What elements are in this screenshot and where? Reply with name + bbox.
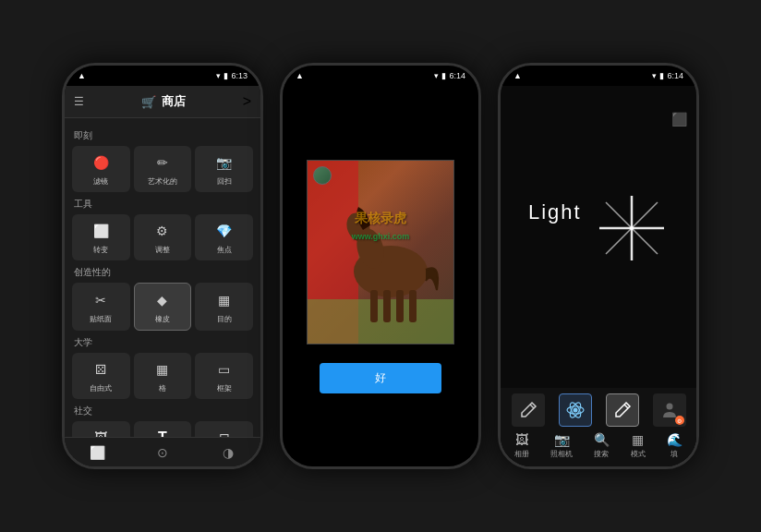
eraser-label: 橡皮 — [155, 314, 170, 324]
pen-svg-1 — [519, 401, 538, 419]
menu-scroll[interactable]: 即刻 🔴 滤镜 ✏ 艺术化的 📷 回扫 工具 ⬜ 转变 — [65, 118, 260, 456]
phone3-screen: ⬛ Light — [501, 86, 696, 466]
svg-point-19 — [666, 404, 672, 410]
person-tool[interactable]: ⚙ — [653, 393, 686, 427]
phone2-screen: 好 果核录虎www.ghxi.com — [283, 86, 478, 466]
artistic-icon: ✏ — [151, 151, 174, 174]
section-tools: 工具 — [74, 198, 253, 211]
cart-icon: 🛒 — [141, 95, 156, 109]
signal-icon-3: ▲ — [513, 71, 522, 80]
arrow-icon[interactable]: > — [243, 93, 251, 110]
wifi-icon: ▾ — [216, 71, 221, 80]
scan-label: 回扫 — [217, 176, 232, 187]
jike-grid: 🔴 滤镜 ✏ 艺术化的 📷 回扫 — [72, 146, 253, 192]
notch-3 — [566, 66, 631, 86]
pen-tool-2[interactable] — [606, 393, 639, 427]
adjust-item[interactable]: ⚙ 调整 — [134, 214, 192, 260]
grid-icon: ▦ — [151, 358, 174, 381]
transform-icon: ⬜ — [90, 220, 112, 242]
frame-item[interactable]: ▭ 框架 — [195, 353, 253, 399]
battery-icon-2: ▮ — [441, 71, 446, 80]
light-label-area: Light — [528, 200, 582, 224]
camera-icon: 📷 — [554, 432, 570, 447]
frame-icon: ▭ — [213, 358, 236, 381]
filter-item[interactable]: 🔴 滤镜 — [72, 146, 130, 192]
atom-tool[interactable] — [559, 393, 592, 427]
svg-rect-5 — [383, 290, 391, 322]
notch-1 — [130, 66, 195, 86]
section-university: 大学 — [74, 336, 253, 349]
phone-2: ▲ ▾ ▮ 6:14 — [280, 63, 481, 469]
frame-label: 框架 — [217, 383, 232, 393]
album-icon: 🖼 — [515, 432, 528, 447]
section-creative: 创造性的 — [74, 266, 253, 279]
nav-square[interactable]: ⬜ — [83, 441, 111, 463]
phone-3: ▲ ▾ ▮ 6:14 ⬛ Light — [498, 63, 699, 469]
sparkle-svg — [595, 191, 669, 265]
sticker-icon: ✂ — [90, 289, 112, 311]
transform-item[interactable]: ⬜ 转变 — [72, 214, 130, 260]
filter-label: 滤镜 — [93, 176, 108, 187]
horse-svg — [308, 161, 454, 345]
nav-fill[interactable]: 🌊 填 — [667, 432, 682, 459]
freestyle-label: 自由式 — [90, 383, 112, 393]
light-text: Light — [528, 200, 582, 224]
tools-grid: ⬜ 转变 ⚙ 调整 💎 焦点 — [72, 214, 253, 260]
bookmark-icon[interactable]: ⬛ — [671, 112, 687, 127]
eraser-item[interactable]: ◆ 橡皮 — [134, 283, 192, 331]
nav-row-3: 🖼 相册 📷 照相机 🔍 搜索 ▦ 模式 🌊 填 — [504, 432, 693, 459]
ok-button[interactable]: 好 — [320, 363, 441, 393]
section-jike: 即刻 — [74, 129, 253, 142]
focus-item[interactable]: 💎 焦点 — [195, 214, 253, 260]
atom-svg — [565, 400, 586, 420]
svg-rect-0 — [308, 299, 454, 345]
battery-icon-3: ▮ — [659, 71, 664, 80]
editor-image — [307, 160, 454, 345]
focus-label: 焦点 — [217, 245, 232, 255]
svg-rect-7 — [409, 290, 417, 322]
nav-mode[interactable]: ▦ 模式 — [631, 432, 646, 459]
fill-icon: 🌊 — [667, 432, 682, 447]
nav-album[interactable]: 🖼 相册 — [514, 432, 529, 459]
search-icon: 🔍 — [594, 432, 610, 447]
transform-label: 转变 — [93, 245, 108, 255]
nav-circle[interactable]: ⊙ — [149, 441, 176, 463]
adjust-icon: ⚙ — [151, 220, 174, 242]
focus-icon: 💎 — [213, 220, 236, 242]
university-grid: ⚄ 自由式 ▦ 格 ▭ 框架 — [72, 353, 253, 399]
artistic-label: 艺术化的 — [148, 176, 177, 187]
creative-grid: ✂ 贴纸面 ◆ 橡皮 ▦ 目的 — [72, 283, 253, 331]
scan-icon: 📷 — [213, 151, 236, 174]
eraser-icon: ◆ — [151, 289, 174, 311]
mode-label: 模式 — [631, 449, 646, 459]
nav-search[interactable]: 🔍 搜索 — [594, 432, 610, 459]
light-main: Light — [501, 86, 696, 388]
scan-item[interactable]: 📷 回扫 — [195, 146, 253, 192]
nav-halfcircle[interactable]: ◑ — [214, 441, 242, 463]
svg-rect-4 — [370, 290, 378, 322]
svg-point-12 — [630, 226, 634, 230]
pen-svg-2 — [613, 401, 632, 419]
sticker-item[interactable]: ✂ 贴纸面 — [72, 283, 130, 331]
phone1-screen: ☰ 🛒 商店 > 即刻 🔴 滤镜 ✏ 艺术化的 📷 回扫 — [65, 86, 260, 466]
artistic-item[interactable]: ✏ 艺术化的 — [134, 146, 192, 192]
phone-1: ▲ ▾ ▮ 6:13 ☰ 🛒 商店 > 即刻 🔴 滤镜 ✏ — [62, 63, 263, 469]
camera-label: 照相机 — [550, 449, 573, 459]
store-title: 商店 — [162, 93, 186, 110]
battery-icon: ▮ — [223, 71, 228, 80]
purpose-item[interactable]: ▦ 目的 — [195, 283, 253, 331]
phone3-bottom: ⚙ 🖼 相册 📷 照相机 🔍 搜索 ▦ 模式 — [501, 388, 696, 466]
album-label: 相册 — [514, 449, 529, 459]
filter-icon: 🔴 — [90, 151, 112, 174]
signal-icon-2: ▲ — [296, 71, 304, 80]
fill-label: 填 — [670, 449, 678, 459]
freestyle-item[interactable]: ⚄ 自由式 — [72, 353, 130, 399]
nav-camera[interactable]: 📷 照相机 — [550, 432, 573, 459]
hamburger-icon[interactable]: ☰ — [74, 95, 84, 108]
wifi-icon-3: ▾ — [652, 71, 657, 80]
wifi-icon-2: ▾ — [434, 71, 439, 80]
pen-tool-1[interactable] — [512, 393, 545, 427]
grid-item[interactable]: ▦ 格 — [134, 353, 192, 399]
purpose-icon: ▦ — [213, 289, 236, 311]
time-2: 6:14 — [449, 71, 465, 80]
